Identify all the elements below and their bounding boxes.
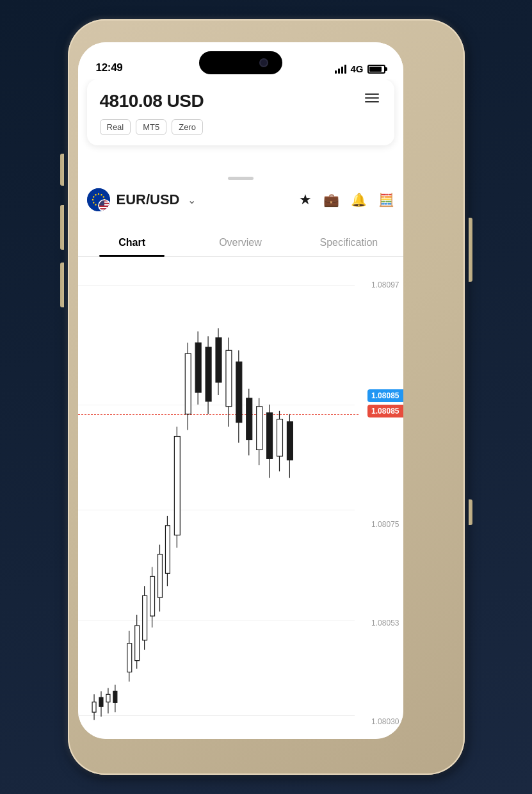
volume-down-button: [60, 263, 64, 307]
svg-point-9: [93, 202, 94, 203]
svg-rect-54: [236, 362, 241, 422]
svg-rect-17: [99, 207, 110, 208]
svg-rect-24: [99, 697, 102, 706]
svg-rect-36: [150, 576, 154, 616]
chart-area[interactable]: .candle-bull { stroke: #1a1a1a; fill: #f…: [78, 261, 403, 739]
status-time: 12:49: [96, 61, 123, 74]
svg-rect-62: [277, 419, 282, 457]
price-label-1: 1.08097: [355, 280, 399, 289]
hamburger-menu-button[interactable]: [362, 91, 382, 105]
drag-handle: [228, 177, 254, 180]
phone-mockup: 12:49 4G 4810.08 USD: [42, 13, 490, 781]
svg-rect-34: [142, 596, 147, 640]
svg-rect-44: [185, 353, 191, 414]
account-tag-zero[interactable]: Zero: [172, 119, 203, 135]
ask-price-badge: 1.08085: [367, 405, 403, 417]
menu-line-2: [365, 97, 379, 99]
svg-rect-30: [127, 644, 131, 672]
svg-rect-58: [256, 407, 262, 450]
svg-point-2: [101, 194, 102, 195]
svg-rect-52: [225, 350, 231, 407]
signal-bars-icon: [335, 65, 346, 74]
svg-point-12: [95, 194, 96, 195]
eu-flag-svg: [87, 188, 110, 211]
tab-chart[interactable]: Chart: [78, 228, 186, 256]
battery-fill: [369, 67, 382, 72]
dynamic-island: [199, 51, 282, 74]
menu-line-1: [365, 93, 379, 95]
instrument-row: EUR/USD ⌄ ★ 💼 🔔 🧮: [87, 188, 394, 211]
tab-specification[interactable]: Specification: [294, 228, 403, 256]
account-tags: Real MT5 Zero: [100, 119, 382, 135]
svg-rect-26: [106, 694, 109, 702]
svg-rect-56: [246, 398, 252, 440]
phone-screen: 12:49 4G 4810.08 USD: [78, 42, 403, 739]
candlestick-chart: .candle-bull { stroke: #1a1a1a; fill: #f…: [78, 261, 359, 739]
price-label-3: 1.08075: [355, 520, 399, 529]
favorite-star-button[interactable]: ★: [299, 191, 312, 208]
signal-bar-3: [341, 67, 343, 74]
account-tag-real[interactable]: Real: [100, 119, 131, 135]
svg-rect-46: [195, 343, 201, 393]
volume-mute-button: [60, 154, 64, 186]
svg-point-8: [95, 204, 96, 206]
tabs-row: Chart Overview Specification: [78, 228, 403, 257]
menu-line-3: [365, 101, 379, 102]
header-card: 4810.08 USD Real MT5 Zero: [87, 79, 394, 145]
price-label-5: 1.08030: [355, 717, 399, 726]
battery-icon: [367, 65, 385, 74]
tab-overview[interactable]: Overview: [186, 228, 294, 256]
svg-point-3: [102, 196, 104, 197]
front-camera: [259, 58, 268, 67]
svg-rect-32: [134, 626, 139, 661]
power-button: [469, 218, 472, 282]
svg-rect-64: [287, 422, 293, 460]
volume-up-button: [60, 205, 64, 250]
bell-icon[interactable]: 🔔: [351, 192, 367, 207]
svg-rect-50: [216, 337, 222, 382]
instrument-actions: ★ 💼 🔔 🧮: [299, 191, 394, 208]
signal-bar-1: [335, 70, 337, 74]
svg-rect-22: [92, 702, 96, 712]
signal-bar-4: [344, 65, 346, 74]
instrument-name[interactable]: EUR/USD: [117, 191, 180, 208]
calculator-icon[interactable]: 🧮: [378, 192, 394, 207]
balance-amount: 4810.08 USD: [100, 91, 204, 111]
svg-point-10: [92, 199, 93, 200]
svg-rect-48: [206, 347, 211, 401]
action-button: [469, 499, 472, 525]
price-label-4: 1.08053: [355, 619, 399, 628]
svg-rect-42: [174, 437, 180, 535]
signal-bar-2: [338, 69, 340, 74]
svg-rect-40: [165, 526, 170, 574]
svg-point-1: [97, 193, 99, 195]
currency-flag-icon: [87, 188, 110, 211]
account-tag-mt5[interactable]: MT5: [136, 119, 166, 135]
svg-rect-28: [113, 691, 117, 702]
header-top: 4810.08 USD: [100, 91, 382, 111]
svg-rect-38: [157, 555, 162, 598]
briefcase-icon[interactable]: 💼: [323, 192, 339, 207]
svg-rect-60: [266, 413, 272, 459]
bid-price-badge: 1.08085: [367, 389, 403, 402]
network-type: 4G: [350, 63, 363, 74]
svg-point-11: [93, 196, 94, 197]
price-labels: 1.08097 1.08075 1.08053 1.08030: [355, 261, 399, 739]
instrument-left: EUR/USD ⌄: [87, 188, 196, 211]
status-right: 4G: [335, 63, 385, 74]
chevron-down-icon[interactable]: ⌄: [188, 194, 196, 206]
